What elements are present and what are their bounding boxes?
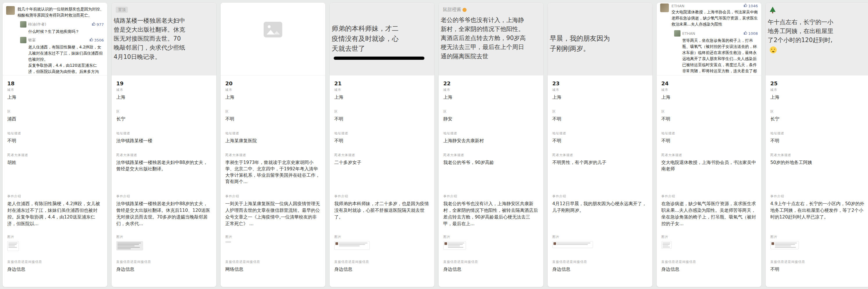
gallery-board: 我几十年前就认识的一位胡姓朋友也是因为封控、核酸检测等原因没有得到及时救治而死亡… bbox=[0, 0, 868, 289]
record-card[interactable]: 早晨，我的朋友因为子刚刚两岁。 23 城市 上海 区 不明 地址描述 不明 死者… bbox=[547, 2, 653, 287]
post-text-line: 子刚刚两岁。 bbox=[550, 43, 652, 54]
field-label-event: 事件介绍 bbox=[7, 194, 103, 198]
record-cover-image: 我几十年前就认识的一位胡姓朋友也是因为封控、核酸检测等原因没有得到及时救治而死亡… bbox=[3, 3, 107, 75]
comment-author: ETHAN bbox=[682, 31, 695, 36]
comment-author: 柿油(作者) bbox=[28, 22, 46, 27]
field-label-city: 城市 bbox=[7, 87, 103, 92]
field-value-event: 我老公的爷爷也没有计入，上海静安区共康新村，全家阴的情况下他阳性，被转去隔离酒店… bbox=[443, 201, 539, 227]
thumbs-up-icon bbox=[744, 3, 747, 8]
attachment-thumbnail bbox=[770, 241, 799, 249]
record-card[interactable]: 置顶镇路某楼一楼独居老夫妇中曾是交大出版社翻译。休克医无对接医院而去世。70晚敲… bbox=[111, 2, 217, 287]
field-label-city: 城市 bbox=[661, 87, 757, 92]
field-label-district: 区 bbox=[7, 109, 103, 114]
redaction-bar bbox=[334, 57, 425, 60]
thumbs-up-icon bbox=[90, 38, 93, 42]
field-label-deceased: 死者大体描述 bbox=[116, 153, 212, 157]
field-label-address: 地址描述 bbox=[770, 131, 866, 136]
record-cover-image bbox=[221, 3, 325, 75]
field-label-deceased: 死者大体描述 bbox=[334, 153, 430, 157]
field-label-deceased: 死者大体描述 bbox=[7, 153, 103, 157]
field-value-source: 身边信息 bbox=[661, 266, 757, 273]
post-text-line: 师弟的本科师妹，才二 bbox=[332, 24, 434, 34]
field-value-address: 上海静安去共康新村 bbox=[443, 138, 539, 144]
field-value-address: 不明 bbox=[552, 138, 648, 144]
field-label-deceased: 死者大体描述 bbox=[443, 153, 539, 157]
like-count: 3506 bbox=[90, 38, 104, 42]
record-cover-image: 师弟的本科师妹，才二疫情没有及时就诊，心天就去世了 bbox=[330, 3, 434, 75]
record-card[interactable]: 鼠甜橙酱老公的爷爷也没有计入，上海静新村，全家阴的情况下他阳性。离酒店后差点转去… bbox=[438, 2, 544, 287]
avatar bbox=[674, 30, 681, 37]
field-value-city: 上海 bbox=[552, 94, 648, 100]
field-label-image: 图片 bbox=[116, 235, 212, 239]
attachment-thumbnail bbox=[116, 241, 143, 250]
spacer bbox=[334, 7, 434, 24]
field-label-image: 图片 bbox=[552, 235, 648, 239]
field-label-image: 图片 bbox=[443, 235, 539, 239]
field-value-address: 上海某康复医院 bbox=[225, 138, 321, 144]
attachment-text-lines bbox=[662, 242, 671, 248]
comment-thread: 我几十年前就认识的一位胡姓朋友也是因为封控、核酸检测等原因没有得到及时救治而死亡… bbox=[3, 3, 107, 75]
field-value-address: 法华镇路某楼一楼 bbox=[116, 138, 212, 144]
field-label-source: 直接信息还是间接信息 bbox=[770, 260, 866, 264]
post-text-line: 天就去世了 bbox=[332, 43, 434, 54]
post-text-line: 曾是交大出版社翻译。休克 bbox=[114, 25, 216, 34]
attachment-text-lines bbox=[8, 242, 18, 250]
field-label-district: 区 bbox=[116, 109, 212, 114]
record-number: 22 bbox=[443, 79, 539, 87]
post-text-line: 4月10日晚记录。 bbox=[114, 52, 216, 62]
field-label-image: 图片 bbox=[334, 235, 430, 239]
field-value-district: 不明 bbox=[225, 116, 321, 122]
record-card[interactable]: 师弟的本科师妹，才二疫情没有及时就诊，心天就去世了 21 城市 上海 区 不明 … bbox=[329, 2, 435, 287]
field-value-city: 上海 bbox=[7, 94, 103, 100]
field-label-event: 事件介绍 bbox=[116, 194, 212, 198]
field-value-source: 身边信息 bbox=[7, 266, 103, 273]
record-fields: 25 城市 上海 区 长宁 地址描述 不明 死者大体描述 50岁的外地务工阿姨 … bbox=[766, 75, 868, 287]
post-text-line: 了2个小时的120赶到时, bbox=[768, 36, 868, 45]
image-placeholder-wrap bbox=[221, 3, 325, 37]
field-label-district: 区 bbox=[334, 109, 430, 114]
field-value-deceased: 李昶生于1973年，曾就读于北京史家胡同小学、北京二中、北京四中，于1992年考… bbox=[225, 159, 321, 185]
record-card[interactable]: 20 城市 上海 区 不明 地址描述 上海某康复医院 死者大体描述 李昶生于19… bbox=[220, 2, 326, 287]
field-label-district: 区 bbox=[443, 109, 539, 114]
field-label-address: 地址描述 bbox=[7, 131, 103, 136]
record-cover-image: 置顶镇路某楼一楼独居老夫妇中曾是交大出版社翻译。休克医无对接医院而去世。70晚敲… bbox=[112, 3, 216, 75]
text-post: 午十点左右，长宁的一小地务工阿姨，在出租屋里了2个小时的120赶到时, bbox=[766, 3, 868, 55]
post-text-line: 医无对接医院而去世。70 bbox=[114, 34, 216, 43]
post-emoji-bottom bbox=[770, 46, 868, 55]
record-card[interactable]: ETHAN1046交大电院退休教授，上海书协会员，书法家吴中南老师在急诊病逝，缺… bbox=[656, 2, 762, 287]
attachment-thumbnail-slot bbox=[116, 241, 212, 250]
field-label-address: 地址描述 bbox=[116, 131, 212, 136]
record-fields: 21 城市 上海 区 不明 地址描述 不明 死者大体描述 二十多岁女子 事件介绍… bbox=[330, 75, 434, 287]
like-count: 1046 bbox=[744, 3, 758, 8]
pinned-badge: 置顶 bbox=[116, 7, 128, 13]
comment-author: 敏宴 bbox=[28, 37, 36, 43]
field-label-image: 图片 bbox=[7, 235, 103, 239]
attachment-thumbnail bbox=[443, 241, 466, 250]
field-value-address: 不明 bbox=[661, 138, 757, 144]
field-value-city: 上海 bbox=[334, 94, 430, 100]
field-label-deceased: 死者大体描述 bbox=[661, 153, 757, 157]
field-label-city: 城市 bbox=[116, 87, 212, 92]
field-label-event: 事件介绍 bbox=[770, 194, 866, 198]
record-card[interactable]: 午十点左右，长宁的一小地务工阿姨，在出租屋里了2个小时的120赶到时, 25 城… bbox=[765, 2, 868, 287]
field-label-image: 图片 bbox=[770, 235, 866, 239]
post-text-line: 午十点左右，长宁的一小 bbox=[768, 18, 868, 27]
post-text-line: 新村，全家阴的情况下他阳性。 bbox=[441, 25, 543, 34]
avatar bbox=[6, 6, 15, 15]
field-value-deceased: 不明男性，有个两岁的儿子 bbox=[552, 159, 648, 166]
field-label-address: 地址描述 bbox=[443, 131, 539, 136]
field-value-district: 不明 bbox=[661, 116, 757, 122]
record-fields: 24 城市 上海 区 不明 地址描述 不明 死者大体描述 交大电院退休教授，上海… bbox=[657, 75, 761, 287]
field-label-city: 城市 bbox=[770, 87, 866, 92]
like-count-value: 1008 bbox=[748, 31, 758, 36]
post-emoji-top bbox=[770, 7, 868, 15]
field-value-district: 不明 bbox=[552, 116, 648, 122]
record-card[interactable]: 我几十年前就认识的一位胡姓朋友也是因为封控、核酸检测等原因没有得到及时救治而死亡… bbox=[2, 2, 107, 287]
field-label-event: 事件介绍 bbox=[225, 194, 321, 198]
avatar bbox=[660, 3, 669, 12]
field-value-event: 4.9上午十点左右，长宁的一小区内，50岁的外地务工阿姨，在出租屋里心梗发作，等… bbox=[770, 201, 866, 220]
comment-text: 老人住浦西，有陈旧性脑梗，4.2摔跤，女儿被封在浦东过不了江，妹妹们虽住浦西但也… bbox=[28, 44, 104, 75]
field-label-image: 图片 bbox=[661, 235, 757, 239]
field-label-city: 城市 bbox=[334, 87, 430, 92]
field-label-deceased: 死者大体描述 bbox=[552, 153, 648, 157]
